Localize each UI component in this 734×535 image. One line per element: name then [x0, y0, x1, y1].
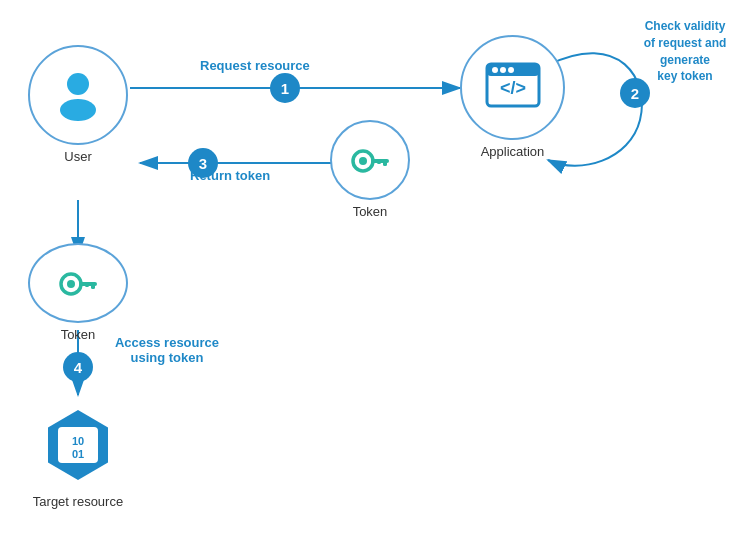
app-icon: </>	[481, 56, 545, 120]
application-label: Application	[481, 144, 545, 159]
svg-rect-17	[383, 159, 387, 166]
target-icon: 10 01	[38, 405, 118, 485]
user-node: User	[28, 45, 128, 164]
user-icon	[51, 68, 105, 122]
step2-circle: 2	[620, 78, 650, 108]
token-user-node: Token	[28, 243, 128, 342]
token-user-icon	[55, 260, 101, 306]
token-user-label: Token	[61, 327, 96, 342]
user-label: User	[64, 149, 91, 164]
target-label: Target resource	[33, 494, 123, 509]
svg-point-10	[492, 67, 498, 73]
svg-point-20	[67, 280, 75, 288]
svg-text:10: 10	[72, 435, 84, 447]
svg-point-7	[60, 99, 96, 121]
svg-text:01: 01	[72, 448, 84, 460]
target-node: 10 01 Target resource	[28, 400, 128, 509]
request-resource-label: Request resource	[200, 58, 310, 73]
step3-circle: 3	[188, 148, 218, 178]
token-center-label: Token	[353, 204, 388, 219]
svg-point-11	[500, 67, 506, 73]
diagram-container: User 1 Request resource </> Application …	[0, 0, 734, 535]
check-validity-label: Check validityof request andgeneratekey …	[640, 18, 730, 85]
svg-point-12	[508, 67, 514, 73]
step1-circle: 1	[270, 73, 300, 103]
svg-rect-23	[85, 282, 89, 287]
svg-point-6	[67, 73, 89, 95]
token-center-node: Token	[330, 120, 410, 219]
svg-point-15	[359, 157, 367, 165]
application-node: </> Application	[460, 35, 565, 159]
svg-rect-22	[91, 282, 95, 289]
svg-rect-18	[377, 159, 381, 164]
access-resource-label: Access resourceusing token	[102, 335, 232, 365]
token-center-icon	[347, 137, 393, 183]
step4-circle: 4	[63, 352, 93, 382]
svg-text:</>: </>	[499, 78, 525, 98]
